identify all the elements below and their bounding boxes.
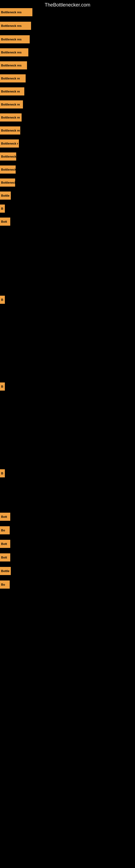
bottleneck-bar: Bottleneck: [0, 165, 16, 174]
bottleneck-bar: Bottleneck: [0, 179, 15, 187]
bottleneck-bar: Bottleneck r: [0, 140, 19, 148]
bottleneck-bar: Bo: [0, 526, 10, 534]
bottleneck-bar: B: [0, 469, 5, 477]
bottleneck-bar: Bottleneck res: [0, 22, 31, 30]
bottleneck-bar: B: [0, 296, 5, 304]
bottleneck-bar: Bottleneck: [0, 152, 16, 161]
bottleneck-bar: Bott: [0, 513, 10, 521]
bottleneck-bar: Bott: [0, 218, 10, 226]
bottleneck-bar: Bottleneck res: [0, 35, 30, 43]
bottleneck-bar: Bo: [0, 581, 10, 589]
bottleneck-bar: Bottleneck res: [0, 48, 28, 56]
bottleneck-bar: Bottleneck re: [0, 113, 21, 122]
bottleneck-bar: Bottle: [0, 191, 11, 199]
bottleneck-bar: Bottle: [0, 567, 11, 575]
bottleneck-bar: Bottleneck res: [0, 61, 27, 69]
bottleneck-bar: B: [0, 382, 5, 391]
bottleneck-bar: Bott: [0, 553, 10, 561]
bottleneck-bar: Bottleneck re: [0, 74, 26, 83]
bottleneck-bar: Bott: [0, 540, 10, 548]
bottleneck-bar: Bottleneck re: [0, 126, 20, 134]
bottleneck-bar: Bottleneck re: [0, 87, 24, 95]
bottleneck-bar: Bottleneck re: [0, 100, 23, 108]
bottleneck-bar: Bottleneck res: [0, 8, 32, 16]
bottleneck-bar: B: [0, 205, 5, 213]
